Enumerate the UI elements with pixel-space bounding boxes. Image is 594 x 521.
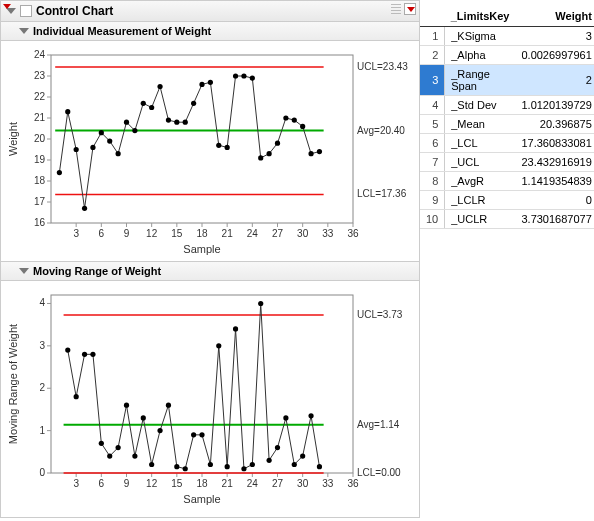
- row-val: 3.7301687077: [515, 210, 594, 229]
- svg-point-66: [199, 82, 204, 87]
- svg-point-70: [233, 73, 238, 78]
- row-val: 1.1419354839: [515, 172, 594, 191]
- svg-text:27: 27: [272, 478, 284, 489]
- svg-point-72: [250, 76, 255, 81]
- table-row[interactable]: 1_KSigma3: [420, 27, 594, 46]
- svg-point-150: [283, 415, 288, 420]
- svg-text:LCL=17.36: LCL=17.36: [357, 188, 407, 199]
- svg-text:6: 6: [99, 478, 105, 489]
- svg-text:21: 21: [222, 228, 234, 239]
- svg-text:Moving Range of Weight: Moving Range of Weight: [7, 324, 19, 444]
- svg-point-125: [74, 394, 79, 399]
- table-row[interactable]: 10_UCLR3.7301687077: [420, 210, 594, 229]
- chart1-header[interactable]: Individual Measurement of Weight: [0, 22, 420, 41]
- svg-text:27: 27: [272, 228, 284, 239]
- row-key: _Range Span: [445, 65, 516, 96]
- svg-point-60: [149, 105, 154, 110]
- svg-point-153: [308, 413, 313, 418]
- svg-point-75: [275, 141, 280, 146]
- svg-point-130: [116, 445, 121, 450]
- row-key: _LCLR: [445, 191, 516, 210]
- disclosure-icon[interactable]: [19, 268, 29, 274]
- svg-point-136: [166, 403, 171, 408]
- svg-text:21: 21: [34, 112, 46, 123]
- row-key: _LCL: [445, 134, 516, 153]
- svg-point-154: [317, 464, 322, 469]
- svg-text:18: 18: [196, 228, 208, 239]
- svg-point-64: [183, 120, 188, 125]
- table-row[interactable]: 3_Range Span2: [420, 65, 594, 96]
- col-header-key[interactable]: _LimitsKey: [445, 6, 516, 27]
- grip-icon[interactable]: [391, 4, 401, 16]
- svg-text:2: 2: [39, 382, 45, 393]
- main-panel-header[interactable]: Control Chart: [0, 0, 420, 22]
- svg-text:18: 18: [34, 175, 46, 186]
- hotspot-icon[interactable]: [20, 5, 32, 17]
- svg-point-65: [191, 101, 196, 106]
- col-header-value[interactable]: Weight: [515, 6, 594, 27]
- svg-point-58: [132, 128, 137, 133]
- svg-text:3: 3: [73, 478, 79, 489]
- svg-text:18: 18: [196, 478, 208, 489]
- svg-point-61: [157, 84, 162, 89]
- svg-point-149: [275, 445, 280, 450]
- svg-text:33: 33: [322, 478, 334, 489]
- table-row[interactable]: 2_Alpha0.0026997961: [420, 46, 594, 65]
- svg-rect-0: [51, 55, 353, 223]
- svg-point-78: [300, 124, 305, 129]
- svg-text:15: 15: [171, 228, 183, 239]
- svg-text:30: 30: [297, 228, 309, 239]
- row-index: 10: [420, 210, 445, 229]
- row-index: 7: [420, 153, 445, 172]
- svg-text:UCL=23.43: UCL=23.43: [357, 61, 408, 72]
- table-row[interactable]: 8_AvgR1.1419354839: [420, 172, 594, 191]
- svg-text:12: 12: [146, 228, 158, 239]
- row-key: _AvgR: [445, 172, 516, 191]
- svg-point-133: [141, 415, 146, 420]
- table-body: 1_KSigma32_Alpha0.00269979613_Range Span…: [420, 27, 594, 229]
- svg-point-151: [292, 462, 297, 467]
- row-val: 20.396875: [515, 115, 594, 134]
- svg-text:22: 22: [34, 91, 46, 102]
- svg-point-152: [300, 453, 305, 458]
- row-val: 1.0120139729: [515, 96, 594, 115]
- svg-text:30: 30: [297, 478, 309, 489]
- chart2-area: 01234369121518212427303336UCL=3.73Avg=1.…: [0, 281, 420, 518]
- svg-point-141: [208, 462, 213, 467]
- chart2-header[interactable]: Moving Range of Weight: [0, 261, 420, 281]
- limits-table: _LimitsKey Weight 1_KSigma32_Alpha0.0026…: [420, 6, 594, 229]
- svg-text:UCL=3.73: UCL=3.73: [357, 309, 403, 320]
- svg-text:36: 36: [347, 228, 359, 239]
- row-index: 6: [420, 134, 445, 153]
- table-row[interactable]: 7_UCL23.432916919: [420, 153, 594, 172]
- limits-table-panel: _LimitsKey Weight 1_KSigma32_Alpha0.0026…: [420, 0, 594, 229]
- table-row[interactable]: 6_LCL17.360833081: [420, 134, 594, 153]
- table-row[interactable]: 5_Mean20.396875: [420, 115, 594, 134]
- row-val: 3: [515, 27, 594, 46]
- svg-text:33: 33: [322, 228, 334, 239]
- svg-text:3: 3: [39, 340, 45, 351]
- row-index: 2: [420, 46, 445, 65]
- svg-text:LCL=0.00: LCL=0.00: [357, 467, 401, 478]
- row-key: _Alpha: [445, 46, 516, 65]
- row-index: 1: [420, 27, 445, 46]
- svg-point-127: [90, 352, 95, 357]
- table-row[interactable]: 4_Std Dev1.0120139729: [420, 96, 594, 115]
- svg-text:24: 24: [34, 49, 46, 60]
- svg-text:24: 24: [247, 228, 259, 239]
- svg-text:6: 6: [99, 228, 105, 239]
- chart2-svg: 01234369121518212427303336UCL=3.73Avg=1.…: [5, 287, 413, 507]
- svg-text:20: 20: [34, 133, 46, 144]
- svg-text:4: 4: [39, 297, 45, 308]
- row-val: 0.0026997961: [515, 46, 594, 65]
- row-val: 23.432916919: [515, 153, 594, 172]
- svg-point-145: [241, 466, 246, 471]
- svg-point-51: [74, 147, 79, 152]
- svg-point-73: [258, 155, 263, 160]
- hotspot-right-icon[interactable]: [404, 3, 416, 15]
- svg-point-56: [116, 151, 121, 156]
- svg-point-135: [157, 428, 162, 433]
- disclosure-icon[interactable]: [19, 28, 29, 34]
- row-val: 2: [515, 65, 594, 96]
- table-row[interactable]: 9_LCLR0: [420, 191, 594, 210]
